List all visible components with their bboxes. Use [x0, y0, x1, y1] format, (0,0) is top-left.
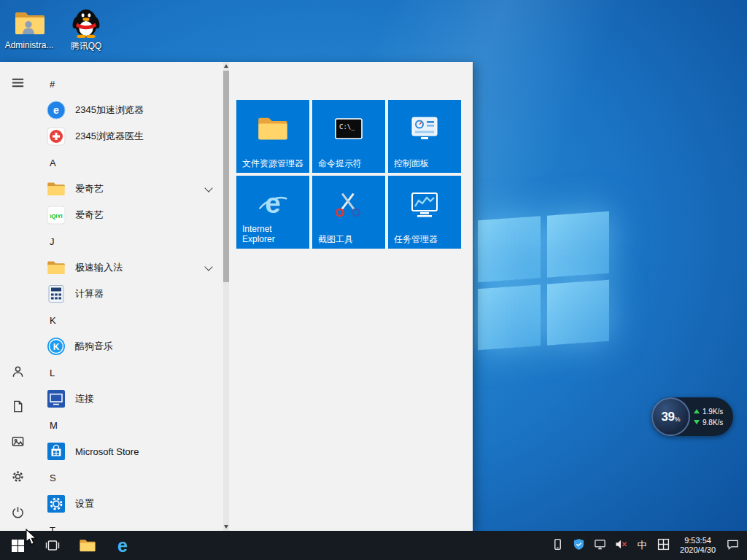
app-item-label: 爱奇艺: [75, 209, 104, 222]
settings-button[interactable]: [0, 460, 35, 495]
section-header-a[interactable]: A: [35, 149, 222, 176]
section-letter: L: [50, 368, 55, 378]
windows-logo-pane: [478, 284, 541, 350]
svg-text:e: e: [265, 188, 280, 219]
app-item-kugou-music[interactable]: K 酷狗音乐: [35, 333, 222, 359]
ime-mode-button[interactable]: [656, 531, 670, 560]
section-header-l[interactable]: L: [35, 359, 222, 386]
section-letter: M: [50, 420, 58, 431]
taskbar-browser-button[interactable]: e: [105, 531, 140, 560]
section-header-t[interactable]: T: [35, 517, 222, 531]
scroll-down-arrow-icon[interactable]: [224, 525, 228, 529]
taskbar-file-explorer-button[interactable]: [70, 531, 105, 560]
user-icon: [11, 365, 25, 381]
app-list-scrollbar[interactable]: [223, 62, 229, 531]
upload-speed-value: 1.9K/s: [703, 408, 723, 416]
section-header-m[interactable]: M: [35, 412, 222, 438]
settings-tile-icon: [47, 494, 66, 513]
scroll-up-arrow-icon[interactable]: [224, 64, 228, 68]
section-letter: A: [50, 158, 56, 168]
svg-text:K: K: [53, 342, 60, 352]
document-icon: [11, 400, 25, 416]
documents-button[interactable]: [0, 390, 35, 425]
section-header-j[interactable]: J: [35, 228, 222, 254]
upload-arrow-icon: [694, 409, 700, 413]
start-menu-rail: [0, 62, 35, 531]
app-item-label: 爱奇艺: [75, 182, 104, 195]
app-item-label: 酷狗音乐: [75, 340, 113, 353]
app-item-label: 2345浏览器医生: [75, 130, 144, 143]
tray-security-button[interactable]: [571, 531, 586, 560]
ime-language-indicator[interactable]: 中: [635, 539, 649, 552]
2345-browser-icon: e: [47, 101, 66, 120]
chevron-down-icon[interactable]: [204, 184, 212, 192]
tile-file-explorer[interactable]: 文件资源管理器: [236, 100, 309, 173]
app-group-iqiyi[interactable]: 爱奇艺: [35, 176, 222, 202]
tile-internet-explorer[interactable]: e Internet Explorer: [236, 176, 309, 249]
expand-menu-button[interactable]: [0, 66, 35, 101]
app-item-2345-doctor[interactable]: 2345浏览器医生: [35, 123, 222, 149]
desktop-icon-tencent-qq[interactable]: 腾讯QQ: [60, 6, 112, 52]
tile-task-manager[interactable]: 任务管理器: [388, 176, 461, 249]
2345-doctor-icon: [47, 127, 66, 146]
desktop-icon-label: 腾讯QQ: [60, 40, 112, 52]
clock-time: 9:53:54: [680, 536, 716, 545]
section-header-hash[interactable]: #: [35, 71, 222, 97]
app-item-microsoft-store[interactable]: Microsoft Store: [35, 438, 222, 464]
action-center-button[interactable]: [725, 531, 740, 560]
volume-muted-icon: [615, 538, 627, 553]
desktop-icon-administrator[interactable]: Administra...: [3, 6, 55, 50]
app-item-calculator[interactable]: 计算器: [35, 281, 222, 307]
app-item-settings[interactable]: 设置: [35, 491, 222, 517]
memory-usage-ball[interactable]: 39 %: [651, 397, 690, 436]
tray-phone-button[interactable]: [550, 531, 565, 560]
start-button[interactable]: [0, 531, 35, 560]
network-icon: [594, 538, 606, 553]
system-tray: 中 9:53:54 2020/4/30: [550, 531, 747, 560]
user-account-button[interactable]: [0, 355, 35, 390]
kugou-icon: K: [47, 337, 66, 356]
section-letter: K: [50, 315, 56, 326]
tray-network-button[interactable]: [592, 531, 607, 560]
app-group-jisu-ime[interactable]: 极速输入法: [35, 254, 222, 281]
pictures-button[interactable]: [0, 425, 35, 460]
app-item-label: 设置: [75, 497, 94, 510]
task-view-button[interactable]: [35, 531, 70, 560]
power-button[interactable]: [0, 496, 35, 531]
windows-logo-wallpaper: [478, 211, 609, 351]
section-header-s[interactable]: S: [35, 464, 222, 491]
app-item-label: Microsoft Store: [75, 446, 139, 457]
app-item-2345-browser[interactable]: e 2345加速浏览器: [35, 97, 222, 123]
edge-icon: e: [117, 537, 128, 555]
tile-control-panel[interactable]: 控制面板: [388, 100, 461, 173]
chevron-down-icon[interactable]: [204, 262, 212, 271]
app-item-iqiyi[interactable]: iQIYI 爱奇艺: [35, 202, 222, 228]
start-menu: # e 2345加速浏览器 2345浏览器医生 A 爱奇艺 i: [0, 62, 473, 531]
connect-icon: [47, 389, 66, 408]
tile-label: 命令提示符: [318, 158, 382, 168]
tray-volume-button[interactable]: [614, 531, 628, 560]
start-menu-tiles: 文件资源管理器 C:\_ 命令提示符 控制面板 e Internet Explo…: [236, 100, 461, 249]
task-view-icon: [45, 539, 60, 552]
scrollbar-thumb[interactable]: [223, 71, 229, 282]
tile-command-prompt[interactable]: C:\_ 命令提示符: [312, 100, 385, 173]
tile-snipping-tool[interactable]: 截图工具: [312, 176, 385, 249]
start-menu-app-list: # e 2345加速浏览器 2345浏览器医生 A 爱奇艺 i: [35, 62, 222, 531]
section-header-k[interactable]: K: [35, 307, 222, 333]
user-folder-icon: [13, 6, 45, 38]
speed-monitor-widget[interactable]: 39 % 1.9K/s 9.8K/s: [651, 397, 733, 436]
app-item-connect[interactable]: 连接: [35, 386, 222, 412]
taskbar: e 中 9:: [0, 531, 747, 560]
svg-text:iQIYI: iQIYI: [50, 213, 62, 219]
upload-speed-row: 1.9K/s: [694, 408, 733, 416]
control-panel-icon: [388, 110, 461, 147]
taskbar-clock[interactable]: 9:53:54 2020/4/30: [677, 536, 719, 555]
section-letter: #: [50, 79, 55, 90]
snipping-tool-icon: [312, 186, 385, 222]
folder-icon: [47, 179, 66, 198]
microsoft-store-icon: [47, 442, 66, 461]
folder-icon: [47, 258, 66, 277]
tile-label: Internet Explorer: [242, 224, 306, 244]
ime-grid-icon: [657, 538, 670, 553]
download-speed-value: 9.8K/s: [703, 419, 723, 427]
